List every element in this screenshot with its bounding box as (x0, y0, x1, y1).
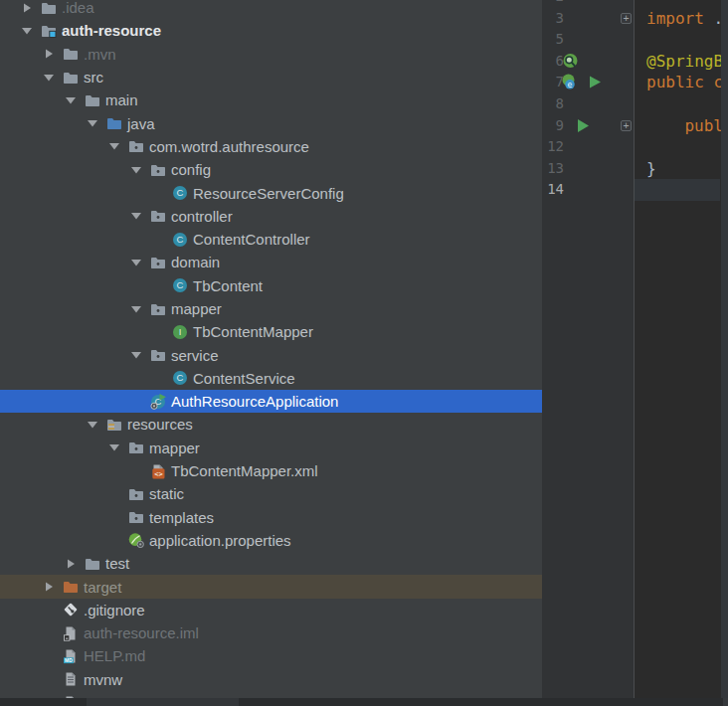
code-token: public c (646, 73, 723, 91)
fold-marker[interactable]: + (621, 13, 632, 24)
tree-item-contentservice[interactable]: C ContentService (0, 367, 542, 390)
chevron-spacer (128, 463, 144, 479)
line-number[interactable]: 9 (542, 115, 564, 137)
editor-line[interactable]: 12 (542, 136, 728, 158)
fold-marker[interactable]: + (621, 120, 632, 131)
chevron-down-icon[interactable] (106, 138, 122, 154)
tree-item-tbcontent[interactable]: C TbContent (0, 274, 542, 297)
svg-text:C: C (177, 187, 184, 198)
editor-line[interactable]: 6 @SpringB (542, 51, 728, 73)
tree-item-templates[interactable]: templates (0, 506, 542, 529)
tree-item-mapper[interactable]: mapper (0, 437, 542, 459)
editor-line[interactable]: 3 import . + (542, 8, 728, 30)
code-token: import (646, 9, 713, 28)
tree-item-service[interactable]: service (0, 343, 542, 366)
tree-item-controller[interactable]: controller (0, 205, 542, 228)
chevron-down-icon[interactable] (85, 115, 100, 131)
chevron-right-icon[interactable] (41, 46, 57, 62)
run-icon[interactable] (574, 117, 591, 134)
iml-file-icon (63, 625, 79, 641)
chevron-down-icon[interactable] (19, 23, 35, 39)
svg-text:C: C (177, 280, 184, 291)
tree-item-java[interactable]: java (0, 111, 542, 134)
tree-item-main[interactable]: main (0, 88, 542, 111)
editor-scrollbar[interactable] (721, 0, 728, 698)
chevron-down-icon[interactable] (128, 301, 144, 317)
editor-line[interactable]: 7 e public c (542, 72, 728, 93)
tree-item-config[interactable]: config (0, 158, 542, 181)
tree-item-help-md[interactable]: MD HELP.md (0, 644, 542, 667)
line-number[interactable]: 6 (542, 51, 564, 73)
tree-item-label: domain (171, 254, 220, 270)
tree-item-auth-resource-iml[interactable]: auth-resource.iml (0, 621, 542, 644)
code-line[interactable]: publ (646, 115, 728, 137)
window-bottom-bar (0, 698, 728, 706)
chevron-down-icon[interactable] (128, 208, 144, 224)
tree-item-domain[interactable]: domain (0, 251, 542, 273)
code-line[interactable] (646, 29, 728, 51)
line-number[interactable]: 3 (542, 8, 564, 30)
code-line[interactable]: @SpringB (646, 51, 728, 73)
chevron-spacer (41, 671, 57, 687)
editor-panel[interactable]: 2 3 import . + 5 6 @SpringB 7 e public c… (542, 0, 728, 698)
tree-item-target[interactable]: target (0, 575, 542, 598)
tree-item-static[interactable]: static (0, 482, 542, 505)
tree-item-tbcontentmapper-xml[interactable]: <> TbContentMapper.xml (0, 459, 542, 482)
tree-item-auth-resource[interactable]: auth-resource (0, 19, 542, 42)
spring-bean-search-icon[interactable] (562, 53, 579, 70)
chevron-down-icon[interactable] (41, 70, 57, 86)
md-file-icon: MD (63, 648, 79, 664)
chevron-down-icon[interactable] (63, 92, 79, 108)
tree-item-application-properties[interactable]: application.properties (0, 529, 542, 552)
tree-item-mvn[interactable]: .mvn (0, 43, 542, 66)
spring-bean-run-icon[interactable]: e (560, 74, 606, 90)
line-number[interactable]: 12 (542, 136, 564, 158)
chevron-down-icon[interactable] (128, 347, 144, 363)
folder-orange-icon (63, 579, 79, 595)
editor-line[interactable]: 14 (542, 179, 728, 201)
code-line[interactable] (646, 0, 728, 8)
tree-item-label: .gitignore (84, 602, 145, 618)
code-line[interactable]: public c (646, 72, 728, 93)
tree-item-src[interactable]: src (0, 66, 542, 88)
chevron-right-icon[interactable] (41, 579, 57, 595)
line-number[interactable]: 5 (542, 29, 564, 51)
chevron-right-icon[interactable] (63, 556, 79, 572)
tree-item-label: mvnw (84, 671, 122, 688)
editor-line[interactable]: 8 (542, 93, 728, 115)
code-line[interactable] (646, 179, 728, 201)
editor-line[interactable]: 9 publ + (542, 115, 728, 137)
line-number[interactable]: 2 (542, 0, 564, 8)
line-number[interactable]: 14 (542, 179, 564, 201)
tree-item-mapper[interactable]: mapper (0, 297, 542, 320)
chevron-down-icon[interactable] (85, 417, 100, 433)
tree-item-contentcontroller[interactable]: C ContentController (0, 228, 542, 251)
tree-item-label: controller (171, 208, 233, 225)
tree-item-idea[interactable]: .idea (0, 0, 542, 19)
code-line[interactable]: import . (646, 8, 728, 30)
line-number[interactable]: 8 (542, 93, 564, 115)
code-line[interactable]: } (646, 158, 728, 180)
tree-item-tbcontentmapper[interactable]: I TbContentMapper (0, 320, 542, 343)
editor-line[interactable]: 13 } (542, 158, 728, 180)
chevron-spacer (41, 625, 57, 641)
svg-text:<>: <> (154, 469, 162, 477)
code-token: publ (684, 116, 723, 135)
chevron-down-icon[interactable] (106, 440, 122, 455)
tree-item-resources[interactable]: resources (0, 413, 542, 436)
tree-item-authresourceapplication[interactable]: C AuthResourceApplication (0, 390, 542, 413)
tree-item-partial[interactable] (0, 691, 542, 698)
tree-item-gitignore[interactable]: .gitignore (0, 599, 542, 621)
tree-item-com-wotrd-authresource[interactable]: com.wotrd.authresource (0, 135, 542, 158)
code-line[interactable] (646, 136, 728, 158)
line-number[interactable]: 13 (542, 158, 564, 180)
chevron-down-icon[interactable] (128, 255, 144, 270)
editor-line[interactable]: 5 (542, 29, 728, 51)
tree-item-resourceserverconfig[interactable]: C ResourceServerConfig (0, 181, 542, 204)
chevron-down-icon[interactable] (128, 162, 144, 178)
code-line[interactable] (646, 93, 728, 115)
chevron-right-icon[interactable] (19, 0, 35, 16)
tree-item-test[interactable]: test (0, 552, 542, 575)
editor-line[interactable]: 2 (542, 0, 728, 8)
tree-item-mvnw[interactable]: mvnw (0, 668, 542, 691)
